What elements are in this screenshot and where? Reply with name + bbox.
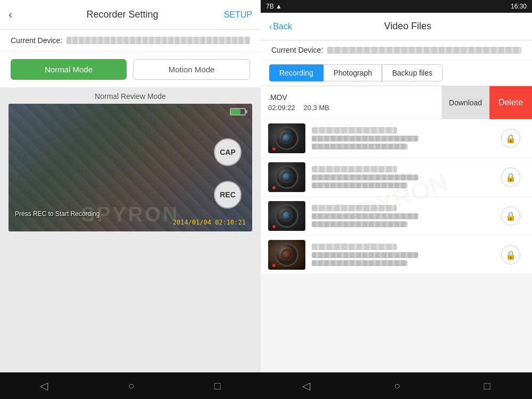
- press-rec-text: Press REC to Start Recording: [15, 210, 99, 218]
- file-item: 🔒: [261, 119, 532, 158]
- lens-outer-2: [275, 165, 298, 189]
- video-timestamp: 2014/01/04 02:10:21: [173, 219, 246, 226]
- lens-inner-1: [281, 132, 293, 144]
- file-meta-blur-3b: [312, 221, 408, 227]
- swipe-actions: Download Delete: [442, 86, 532, 119]
- delete-action-button[interactable]: Delete: [489, 86, 532, 119]
- cap-label: CAP: [220, 148, 236, 156]
- status-left-icons: 7B ▲: [266, 3, 282, 10]
- lock-icon-1[interactable]: 🔒: [501, 129, 520, 148]
- file-thumbnail-2: [268, 162, 305, 192]
- left-nav-home-icon[interactable]: ○: [128, 380, 134, 392]
- file-meta-blur-1b: [312, 144, 408, 149]
- delete-label: Delete: [498, 98, 523, 107]
- right-nav-home-icon[interactable]: ○: [394, 380, 400, 392]
- file-meta-blur-2: [312, 174, 418, 180]
- file-name-blur-2: [312, 166, 397, 172]
- file-name-blur-4: [312, 244, 397, 250]
- left-panel: ‹ Recorder Setting SETUP Current Device:…: [0, 0, 261, 399]
- right-header: ‹ Back Video Files: [261, 13, 532, 40]
- file-meta-blur-4b: [312, 260, 408, 266]
- left-nav-back-icon[interactable]: ◁: [40, 379, 48, 392]
- lens-outer-4: [275, 243, 298, 267]
- motion-mode-button[interactable]: Motion Mode: [133, 59, 250, 80]
- file-info-3: [312, 205, 495, 227]
- lens-dot-3: [272, 225, 276, 228]
- left-device-row: Current Device:: [0, 30, 261, 52]
- right-back-label: Back: [273, 22, 292, 31]
- file-item: 🔒: [261, 197, 532, 236]
- file-meta-blur-4: [312, 252, 418, 258]
- right-device-row: Current Device:: [261, 40, 532, 60]
- file-item: 🔒: [261, 236, 532, 275]
- file-item: 🔒: [261, 158, 532, 197]
- file-info-4: [312, 244, 495, 266]
- lens-dot-2: [272, 186, 276, 189]
- left-nav-recent-icon[interactable]: □: [214, 380, 221, 392]
- file-name-blur-3: [312, 205, 397, 211]
- tab-recording[interactable]: Recording: [269, 64, 323, 81]
- first-file-size: 20,3 MB: [304, 104, 329, 112]
- left-back-icon[interactable]: ‹: [9, 8, 12, 22]
- right-nav-recent-icon[interactable]: □: [484, 380, 490, 392]
- battery-tip: [246, 110, 247, 113]
- file-list: .MOV 02:09:22 20,3 MB Download Delete: [261, 86, 532, 372]
- first-file-duration: 02:09:22: [268, 104, 295, 112]
- left-header: ‹ Recorder Setting SETUP: [0, 0, 261, 30]
- rec-button[interactable]: REC: [214, 181, 242, 209]
- battery-fill: [231, 109, 240, 114]
- left-device-name-blurred: [66, 37, 250, 44]
- battery-icon: [230, 108, 246, 115]
- lens-dot-1: [272, 147, 276, 151]
- lock-icon-3[interactable]: 🔒: [501, 206, 520, 226]
- review-mode-label: Normal Review Mode: [0, 88, 261, 104]
- lens-inner-4: [281, 249, 293, 261]
- first-file-item-wrapper: .MOV 02:09:22 20,3 MB Download Delete: [261, 86, 532, 119]
- file-meta-blur-3: [312, 213, 418, 219]
- mode-buttons-row: Normal Mode Motion Mode: [0, 52, 261, 88]
- lens-inner-2: [281, 171, 293, 183]
- file-meta-blur-2b: [312, 182, 408, 188]
- lens-inner-3: [281, 210, 293, 222]
- right-back-button[interactable]: ‹ Back: [269, 22, 292, 31]
- rec-label: REC: [220, 190, 236, 199]
- right-back-chevron: ‹: [269, 22, 272, 31]
- right-bottom-nav: ◁ ○ □: [261, 372, 532, 399]
- file-thumbnail-4: [268, 240, 305, 270]
- lens-outer-1: [275, 127, 298, 150]
- tab-photograph[interactable]: Photograph: [323, 64, 382, 81]
- right-nav-back-icon[interactable]: ◁: [302, 379, 310, 392]
- download-label: Download: [449, 98, 482, 107]
- tab-row: Recording Photograph Backup files: [261, 60, 532, 86]
- file-name-blur-1: [312, 127, 397, 134]
- file-info-2: [312, 166, 495, 188]
- file-info-1: [312, 127, 495, 149]
- tab-backup[interactable]: Backup files: [382, 64, 442, 81]
- lens-dot-4: [272, 264, 276, 267]
- video-preview: CAP REC Press REC to Start Recording 201…: [9, 104, 252, 231]
- right-panel: 7B ▲ 16:30 ‹ Back Video Files Current De…: [261, 0, 532, 399]
- lock-icon-4[interactable]: 🔒: [501, 245, 520, 264]
- file-thumbnail-3: [268, 201, 305, 231]
- left-bottom-nav: ◁ ○ □: [0, 372, 261, 399]
- normal-mode-button[interactable]: Normal Mode: [11, 59, 127, 80]
- status-time: 16:30: [511, 3, 527, 10]
- lock-icon-2[interactable]: 🔒: [501, 168, 520, 187]
- right-title: Video Files: [292, 21, 523, 32]
- download-action-button[interactable]: Download: [442, 86, 489, 119]
- cap-button[interactable]: CAP: [214, 138, 242, 166]
- file-meta-blur-1: [312, 136, 418, 142]
- status-bar: 7B ▲ 16:30: [261, 0, 532, 13]
- right-device-label: Current Device:: [271, 46, 323, 54]
- left-device-label: Current Device:: [11, 36, 62, 45]
- lens-outer-3: [275, 204, 298, 228]
- file-thumbnail-1: [268, 123, 305, 153]
- left-title: Recorder Setting: [21, 9, 223, 20]
- setup-button[interactable]: SETUP: [224, 10, 252, 20]
- right-device-name-blurred: [327, 47, 521, 54]
